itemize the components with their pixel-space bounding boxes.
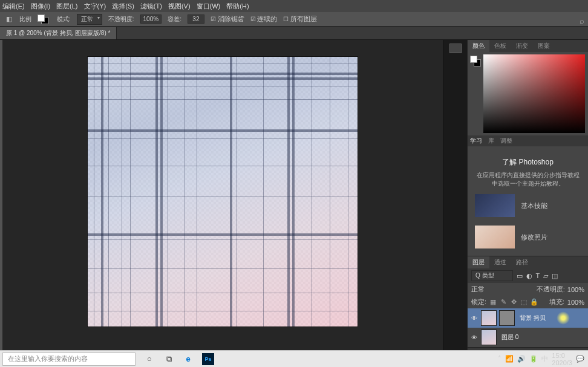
menu-help[interactable]: 帮助(H) — [226, 2, 249, 11]
system-tray: ˄ 📶 🔊 🔋 中 15:02020/3 💬 — [498, 352, 588, 366]
canvas-area[interactable] — [2, 40, 443, 350]
tab-gradients[interactable]: 渐变 — [511, 40, 533, 52]
document-tab-bar: 原 1 @ 200% (背景 拷贝, 图层蒙版/8) * — [0, 27, 588, 40]
tab-learn[interactable]: 学习 — [470, 137, 482, 145]
layer-filter-dropdown[interactable]: Q 类型 — [471, 270, 513, 281]
tutorial-label: 修改照片 — [521, 233, 547, 242]
menu-text[interactable]: 文字(Y) — [84, 2, 106, 11]
task-view-icon[interactable]: ⧉ — [163, 354, 174, 365]
tray-wifi-icon[interactable]: 📶 — [505, 355, 514, 363]
menu-select[interactable]: 选择(S) — [112, 2, 134, 11]
contiguous-checkbox[interactable]: ☑ 连续的 — [250, 15, 278, 24]
lock-artboard-icon[interactable]: ⬚ — [520, 299, 528, 306]
tray-time[interactable]: 15:02020/3 — [552, 352, 572, 366]
learn-panel: 了解 Photoshop 在应用程序内直接提供的分步指导教程中选取一个主题开始教… — [468, 152, 588, 256]
filter-smart-icon[interactable]: ◫ — [552, 272, 558, 280]
all-layers-checkbox[interactable]: ☐ 所有图层 — [283, 15, 317, 24]
color-picker[interactable] — [483, 54, 585, 133]
learn-title: 了解 Photoshop — [472, 157, 583, 167]
tutorial-retouch[interactable]: 修改照片 — [472, 223, 583, 251]
layer-name[interactable]: 背景 拷贝 — [520, 314, 546, 322]
tray-chevron-icon[interactable]: ˄ — [498, 355, 501, 363]
lock-all-icon[interactable]: 🔒 — [531, 299, 538, 306]
panel-icon[interactable] — [449, 44, 462, 53]
tray-volume-icon[interactable]: 🔊 — [517, 355, 526, 363]
layer-filter-bar: Q 类型 ▭ ◐ T ▱ ◫ — [468, 268, 588, 283]
filter-text-icon[interactable]: T — [536, 272, 540, 279]
tab-swatches[interactable]: 色板 — [489, 40, 511, 52]
menu-window[interactable]: 窗口(W) — [197, 2, 221, 11]
tab-paths[interactable]: 路径 — [511, 256, 533, 268]
preset-label: 比例 — [19, 15, 31, 24]
document-tab[interactable]: 原 1 @ 200% (背景 拷贝, 图层蒙版/8) * — [0, 27, 117, 39]
layer-name[interactable]: 图层 0 — [501, 333, 518, 342]
lock-paint-icon[interactable]: ✎ — [500, 299, 507, 306]
blend-mode-dropdown[interactable]: 正常 — [77, 14, 102, 25]
panels: 颜色 色板 渐变 图案 学习 库 调整 了解 Photoshop 在应用程序内直… — [467, 40, 588, 350]
windows-taskbar: 在这里输入你要搜索的内容 ○ ⧉ e Ps ˄ 📶 🔊 🔋 中 15:02020… — [0, 350, 588, 367]
color-swatch[interactable] — [38, 15, 51, 24]
visibility-icon[interactable]: 👁 — [470, 334, 479, 341]
fill-value[interactable]: 100% — [567, 299, 584, 306]
highlight-cursor — [557, 311, 570, 325]
tray-notifications-icon[interactable]: 💬 — [576, 355, 584, 363]
lock-pixels-icon[interactable]: ▦ — [489, 299, 497, 306]
tray-ime[interactable]: 中 — [541, 354, 548, 363]
layer-mask-thumb[interactable] — [499, 310, 515, 326]
tab-channels[interactable]: 通道 — [489, 256, 511, 268]
tolerance-value[interactable]: 32 — [188, 15, 204, 24]
menu-edit[interactable]: 编辑(E) — [2, 2, 25, 11]
tab-libraries[interactable]: 库 — [488, 137, 494, 145]
filter-image-icon[interactable]: ▭ — [517, 272, 523, 280]
fg-bg-swatch[interactable] — [470, 56, 481, 67]
antialias-checkbox[interactable]: ☑ 消除锯齿 — [211, 15, 244, 24]
menu-bar: 编辑(E) 图像(I) 图层(L) 文字(Y) 选择(S) 滤镜(T) 视图(V… — [0, 0, 588, 12]
layer-thumb[interactable] — [481, 330, 497, 345]
menu-layer[interactable]: 图层(L) — [56, 2, 77, 11]
layer-opacity-value[interactable]: 100% — [567, 286, 584, 293]
lock-label: 锁定: — [471, 297, 486, 307]
layer-row[interactable]: 👁 背景 拷贝 — [468, 308, 588, 328]
taskbar-search[interactable]: 在这里输入你要搜索的内容 — [2, 352, 136, 366]
layers-panel: 图层 通道 路径 Q 类型 ▭ ◐ T ▱ ◫ 正常 不透明度: 100% 锁定… — [468, 256, 588, 358]
layer-thumb[interactable] — [481, 310, 497, 326]
options-bar: ◧ 比例 模式: 正常 不透明度: 100% 容差: 32 ☑ 消除锯齿 ☑ 连… — [0, 12, 588, 27]
tab-color[interactable]: 颜色 — [468, 40, 489, 52]
mode-label: 模式: — [57, 15, 71, 24]
lock-position-icon[interactable]: ✥ — [510, 299, 517, 306]
fill-label: 填充: — [549, 297, 564, 307]
tolerance-label: 容差: — [168, 15, 181, 24]
color-panel-tabs: 颜色 色板 渐变 图案 — [468, 40, 588, 52]
visibility-icon[interactable]: 👁 — [470, 315, 479, 322]
menu-filter[interactable]: 滤镜(T) — [140, 2, 162, 11]
filter-adjust-icon[interactable]: ◐ — [526, 272, 532, 280]
opacity-value[interactable]: 100% — [140, 15, 162, 24]
learn-panel-tabs: 学习 库 调整 — [468, 135, 588, 146]
tray-battery-icon[interactable]: 🔋 — [529, 355, 538, 363]
tab-patterns[interactable]: 图案 — [533, 40, 555, 52]
tool-icon[interactable]: ◧ — [5, 15, 13, 24]
layer-lock-row: 锁定: ▦ ✎ ✥ ⬚ 🔒 填充: 100% — [468, 296, 588, 308]
tab-layers[interactable]: 图层 — [468, 256, 489, 268]
filter-shape-icon[interactable]: ▱ — [543, 272, 548, 280]
menu-view[interactable]: 视图(V) — [168, 2, 191, 11]
layer-blend-dropdown[interactable]: 正常 — [471, 285, 515, 294]
search-icon[interactable]: ⌕ — [580, 16, 584, 25]
tab-adjustments[interactable]: 调整 — [500, 137, 512, 145]
tutorial-thumb — [475, 194, 515, 217]
canvas[interactable] — [88, 57, 358, 326]
layers-panel-tabs: 图层 通道 路径 — [468, 256, 588, 268]
tutorial-basics[interactable]: 基本技能 — [472, 192, 583, 219]
layer-row[interactable]: 👁 图层 0 — [468, 328, 588, 347]
layer-blend-row: 正常 不透明度: 100% — [468, 283, 588, 296]
photoshop-icon[interactable]: Ps — [202, 353, 214, 365]
edge-icon[interactable]: e — [183, 354, 194, 365]
collapsed-panel-dock — [443, 40, 467, 350]
layer-opacity-label: 不透明度: — [537, 285, 565, 294]
learn-description: 在应用程序内直接提供的分步指导教程中选取一个主题开始教程。 — [472, 171, 583, 188]
tutorial-label: 基本技能 — [521, 201, 547, 210]
color-panel — [468, 52, 588, 135]
cortana-icon[interactable]: ○ — [144, 354, 155, 365]
menu-image[interactable]: 图像(I) — [31, 2, 50, 11]
tutorial-thumb — [475, 226, 515, 248]
